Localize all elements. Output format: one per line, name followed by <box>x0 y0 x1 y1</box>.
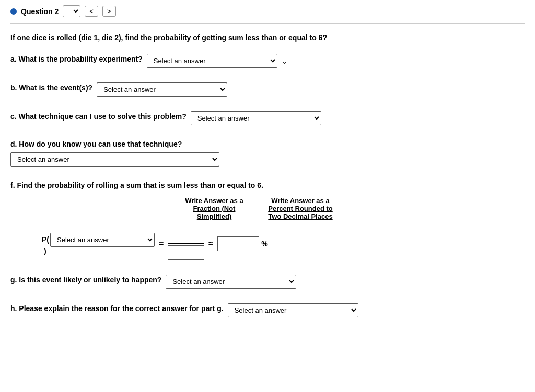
fraction-denominator-input[interactable] <box>168 245 204 260</box>
part-h-label: h. Please explain the reason for the cor… <box>10 304 224 313</box>
main-question-text: If one dice is rolled (die 1, die 2), fi… <box>10 32 525 43</box>
fraction-divider <box>168 243 204 244</box>
next-question-button[interactable]: > <box>102 6 116 17</box>
part-h-select[interactable]: Select an answer <box>228 303 358 317</box>
part-f-section: f. Find the probability of rolling a sum… <box>10 181 525 260</box>
approx-sign: ≈ <box>208 239 213 248</box>
part-h-section: h. Please explain the reason for the cor… <box>10 303 525 317</box>
part-f-event-select[interactable]: Select an answer <box>50 233 155 247</box>
question-nav-select[interactable] <box>63 5 80 17</box>
fraction-input-group <box>168 228 204 260</box>
percent-sign: % <box>261 240 268 248</box>
question-label: Question 2 <box>21 7 59 16</box>
prev-question-button[interactable]: < <box>85 6 98 17</box>
part-d-section: d. How do you know you can use that tech… <box>10 140 525 167</box>
part-b-label: b. What is the event(s)? <box>10 84 92 92</box>
part-f-label: f. Find the probability of rolling a sum… <box>10 181 525 189</box>
part-b-select[interactable]: Select an answer <box>97 82 227 97</box>
part-g-select[interactable]: Select an answer <box>166 275 296 289</box>
part-a-label: a. What is the probability experiment? <box>10 55 143 63</box>
part-c-label: c. What technique can I use to solve thi… <box>10 112 187 121</box>
question-header: Question 2 < > <box>10 5 525 24</box>
part-b-section: b. What is the event(s)? Select an answe… <box>10 82 525 97</box>
percent-col-header: Write Answer as a Percent Rounded to Two… <box>266 197 334 220</box>
percent-value-input[interactable] <box>217 236 259 251</box>
question-dot-indicator <box>10 8 17 15</box>
part-a-select[interactable]: Select an answer <box>147 54 277 68</box>
part-a-chevron-icon: ⌄ <box>282 57 288 65</box>
part-a-section: a. What is the probability experiment? S… <box>10 54 525 68</box>
part-c-select[interactable]: Select an answer <box>191 111 321 125</box>
p-label: P( <box>42 235 49 244</box>
part-g-section: g. Is this event likely or unlikely to h… <box>10 275 525 289</box>
p-expression: P( Select an answer ) <box>42 233 155 255</box>
percent-input-group: % <box>217 236 268 251</box>
fraction-col-header: Write Answer as a Fraction (Not Simplifi… <box>178 197 251 220</box>
part-c-section: c. What technique can I use to solve thi… <box>10 111 525 125</box>
fraction-numerator-input[interactable] <box>168 228 204 242</box>
equals-sign: = <box>159 239 164 248</box>
p-close-paren: ) <box>44 247 155 255</box>
part-g-label: g. Is this event likely or unlikely to h… <box>10 276 161 284</box>
part-d-select[interactable]: Select an answer <box>10 152 219 167</box>
part-d-label: d. How do you know you can use that tech… <box>10 140 525 148</box>
